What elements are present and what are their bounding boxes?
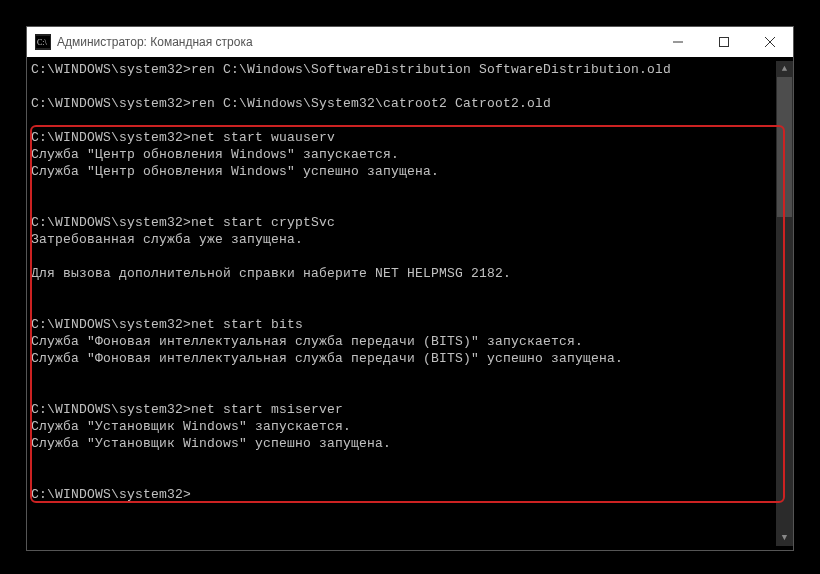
terminal-line (31, 78, 776, 95)
terminal-line (31, 384, 776, 401)
cmd-icon: C:\ (35, 34, 51, 50)
scroll-up-arrow[interactable]: ▲ (776, 61, 793, 77)
minimize-button[interactable] (655, 27, 701, 57)
terminal-line: C:\WINDOWS\system32>net start wuauserv (31, 129, 776, 146)
terminal-line: C:\WINDOWS\system32>ren C:\Windows\Syste… (31, 95, 776, 112)
window-title: Администратор: Командная строка (57, 35, 655, 49)
terminal-line (31, 248, 776, 265)
terminal-line (31, 452, 776, 469)
scroll-down-arrow[interactable]: ▼ (776, 530, 793, 546)
terminal-line: C:\WINDOWS\system32>ren C:\Windows\Softw… (31, 61, 776, 78)
svg-rect-4 (720, 38, 729, 47)
window-controls (655, 27, 793, 57)
terminal-line: Служба "Фоновая интеллектуальная служба … (31, 350, 776, 367)
terminal-line (31, 282, 776, 299)
terminal-line (31, 469, 776, 486)
terminal-line: Служба "Центр обновления Windows" успешн… (31, 163, 776, 180)
titlebar[interactable]: C:\ Администратор: Командная строка (27, 27, 793, 57)
terminal-line: C:\WINDOWS\system32>net start bits (31, 316, 776, 333)
terminal-output: C:\WINDOWS\system32>ren C:\Windows\Softw… (31, 61, 776, 546)
terminal-line: Служба "Фоновая интеллектуальная служба … (31, 333, 776, 350)
terminal-line: Для вызова дополнительной справки набери… (31, 265, 776, 282)
maximize-button[interactable] (701, 27, 747, 57)
terminal-line: C:\WINDOWS\system32>net start msiserver (31, 401, 776, 418)
terminal-area[interactable]: C:\WINDOWS\system32>ren C:\Windows\Softw… (27, 57, 793, 550)
terminal-line: Служба "Центр обновления Windows" запуск… (31, 146, 776, 163)
terminal-line (31, 197, 776, 214)
terminal-line (31, 367, 776, 384)
terminal-line (31, 112, 776, 129)
terminal-line: C:\WINDOWS\system32>net start cryptSvc (31, 214, 776, 231)
scrollbar-thumb[interactable] (777, 77, 792, 217)
terminal-line: C:\WINDOWS\system32> (31, 486, 776, 503)
terminal-line: Служба "Установщик Windows" успешно запу… (31, 435, 776, 452)
close-button[interactable] (747, 27, 793, 57)
terminal-line: Служба "Установщик Windows" запускается. (31, 418, 776, 435)
svg-text:C:\: C:\ (37, 38, 48, 47)
terminal-line (31, 180, 776, 197)
terminal-line (31, 299, 776, 316)
terminal-line: Затребованная служба уже запущена. (31, 231, 776, 248)
cmd-window: C:\ Администратор: Командная строка C:\W… (26, 26, 794, 551)
vertical-scrollbar[interactable]: ▲ ▼ (776, 61, 793, 546)
